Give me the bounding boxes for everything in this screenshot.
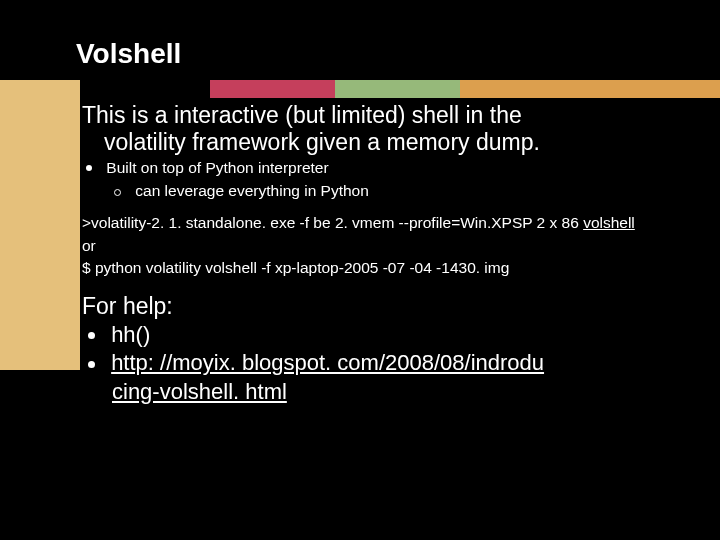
bullet-1: Built on top of Python interpreter xyxy=(84,158,708,178)
help-item-1-text: hh() xyxy=(111,322,150,347)
command-or: or xyxy=(82,235,708,257)
help-heading: For help: xyxy=(82,292,708,321)
help-item-2: http: //moyix. blogspot. com/2008/08/ind… xyxy=(84,349,708,406)
accent-band xyxy=(0,80,720,98)
help-link[interactable]: http: //moyix. blogspot. com/2008/08/ind… xyxy=(111,350,544,375)
intro-line-2: volatility framework given a memory dump… xyxy=(82,129,540,155)
bullet-icon xyxy=(88,361,95,368)
bullet-1-text: Built on top of Python interpreter xyxy=(106,159,328,176)
sub-bullet-1-text: can leverage everything in Python xyxy=(135,182,369,199)
bullet-icon xyxy=(86,165,92,171)
intro-text: This is a interactive (but limited) shel… xyxy=(82,102,708,156)
band-seg-red xyxy=(210,80,335,98)
command-1-prefix: >volatility-2. 1. standalone. exe -f be … xyxy=(82,214,583,231)
slide: Volshell This is a interactive (but limi… xyxy=(0,0,720,540)
band-seg-gap xyxy=(80,80,210,98)
slide-title: Volshell xyxy=(76,38,181,70)
band-seg-green xyxy=(335,80,460,98)
slide-body: This is a interactive (but limited) shel… xyxy=(82,102,708,406)
circle-icon xyxy=(114,189,121,196)
help-link-cont[interactable]: cing-volshell. html xyxy=(112,378,287,407)
command-1-volshell: volshell xyxy=(583,214,635,231)
sub-bullet-1: can leverage everything in Python xyxy=(114,182,708,200)
command-line-1: >volatility-2. 1. standalone. exe -f be … xyxy=(82,212,708,234)
left-sidebar xyxy=(0,80,80,370)
intro-line-1: This is a interactive (but limited) shel… xyxy=(82,102,522,128)
command-line-2: $ python volatility volshell -f xp-lapto… xyxy=(82,257,708,279)
bullet-icon xyxy=(88,332,95,339)
band-seg-orange xyxy=(460,80,720,98)
command-block: >volatility-2. 1. standalone. exe -f be … xyxy=(82,212,708,279)
help-item-1: hh() xyxy=(84,321,708,350)
